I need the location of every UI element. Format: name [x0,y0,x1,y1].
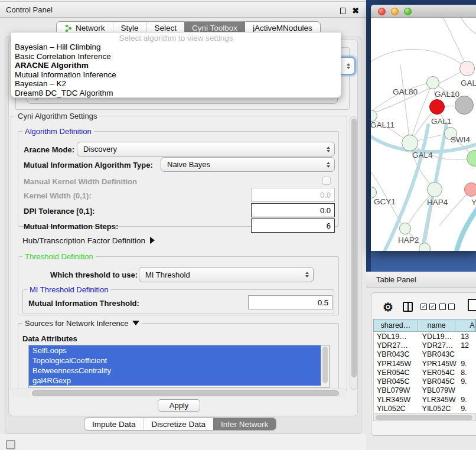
spinner-icon [327,162,330,168]
mi-threshold-label: Mutual Information Threshold: [28,299,139,308]
column-header[interactable]: name [418,319,455,331]
scrollbar-thumb[interactable] [322,347,328,383]
tab-impute-data[interactable]: Impute Data [84,418,144,430]
table-row[interactable]: YER054CYER054C8. [374,368,476,377]
tab-style-label: Style [121,24,139,32]
list-item-selected[interactable]: TopologicalCoefficient [29,356,321,366]
list-item-selected[interactable]: gal4RGexp [29,376,321,386]
spinner-icon [347,63,350,69]
zoom-traffic-light-icon[interactable] [404,8,412,15]
algorithm-option[interactable]: Bayesian – Hill Climbing [11,43,341,52]
aracne-mode-combo[interactable]: Discovery [77,142,335,156]
node-label: GCY1 [374,197,396,206]
document-icon[interactable] [468,299,476,311]
tab-infer-network-label: Infer Network [221,420,268,429]
scrollbar-thumb[interactable] [376,415,472,420]
scrollbar-thumb[interactable] [351,119,357,377]
table-row[interactable]: YPR145WYPR145W9. [374,359,476,368]
table-panel-titlebar: Table Panel [366,272,476,288]
network-node-selected[interactable] [429,99,445,115]
float-panel-icon[interactable] [338,6,347,15]
unchecked-boxes-icon[interactable] [439,304,455,310]
sources-expander[interactable]: Sources for Network Inference [22,319,142,328]
node-label: Y [471,198,476,207]
apply-button-label: Apply [169,401,189,410]
algorithm-option[interactable]: Basic Correlation Inference [11,52,341,61]
column-header[interactable]: shared… [374,319,418,331]
table-row[interactable]: YIL052CYIL052C9. [374,404,476,413]
network-node[interactable] [402,135,418,151]
network-node[interactable] [419,243,431,251]
close-traffic-light-icon[interactable] [378,8,386,15]
network-window-titlebar[interactable] [371,5,476,18]
list-item-selected[interactable]: BetweennessCentrality [29,366,321,376]
threshold-definition-title: Threshold Definition [22,252,96,261]
settings-horizontal-scrollbar[interactable] [12,389,346,397]
table-row[interactable]: YDL19…YDL19…13 [374,332,476,341]
table-panel-title: Table Panel [376,275,416,284]
node-table: shared… name A YDL19…YDL19…13 YDR27…YDR2… [373,319,476,413]
table-row[interactable]: YBL079WYBL079W [374,386,476,395]
node-label: HAP4 [427,198,448,207]
gear-icon[interactable]: ⚙ [383,300,393,314]
apply-button[interactable]: Apply [158,399,200,412]
network-node[interactable] [427,182,442,197]
network-node[interactable] [426,76,439,89]
algorithm-option[interactable]: Dream8 DC_TDC Algorithm [11,89,341,98]
hub-definition-label: Hub/Transcription Factor Definition [22,236,145,245]
tab-cyni-toolbox-label: Cyni Toolbox [192,24,237,32]
network-node[interactable] [464,182,476,197]
manual-kernel-label: Manual Kernel Width Definition [24,177,137,186]
spinner-icon [327,146,330,152]
desktop-edge [366,0,371,272]
minimized-panel-icon[interactable] [6,440,15,449]
mi-type-combo[interactable]: Naive Bayes [161,157,335,172]
scrollbar-thumb[interactable] [32,390,339,396]
network-node[interactable] [459,61,475,76]
network-view-window: GAL GAL80 GAL10 GAL11 GAL1 SWI4 GAL4 GCY… [371,5,476,251]
mi-steps-label: Mutual Information Steps: [24,222,118,231]
which-threshold-combo[interactable]: MI Threshold [139,267,314,282]
tab-network-label: Network [76,24,105,32]
algorithm-option-selected[interactable]: ARACNE Algorithm [11,61,341,70]
which-threshold-value: MI Threshold [145,270,190,279]
table-horizontal-scrollbar[interactable] [373,413,476,421]
network-node[interactable] [399,223,411,234]
table-row[interactable]: YBR043CYBR043C [374,350,476,359]
hub-definition-expander[interactable]: Hub/Transcription Factor Definition [22,236,155,245]
list-item-selected[interactable]: SelfLoops [29,345,321,356]
list-scrollbar[interactable] [321,345,329,387]
table-row[interactable]: YBR045CYBR045C9. [374,377,476,386]
mi-threshold-field[interactable]: 0.5 [248,295,332,309]
mi-steps-field[interactable]: 6 [251,219,335,233]
algorithm-option[interactable]: Bayesian – K2 [11,79,341,89]
table-row[interactable]: YLR345WYLR345W9. [374,395,476,404]
columns-icon[interactable] [403,302,413,312]
kernel-width-field[interactable]: 0.0 [251,188,335,202]
settings-vertical-scrollbar[interactable] [350,116,358,390]
chevron-right-icon [150,237,155,244]
minimize-traffic-light-icon[interactable] [391,8,399,15]
manual-kernel-checkbox[interactable] [322,177,331,185]
algorithm-option[interactable]: Mutual Information Inference [11,70,341,80]
tab-discretize-data[interactable]: Discretize Data [144,418,214,430]
dpi-tolerance-field[interactable]: 0.0 [251,203,335,217]
table-body: YDL19…YDL19…13 YDR27…YDR27…12 YBR043CYBR… [373,332,476,413]
close-icon[interactable]: ✖ [351,6,360,15]
mi-type-value: Naive Bayes [167,160,210,169]
mi-steps-value: 6 [327,221,331,230]
node-label: GAL11 [371,120,395,129]
tab-infer-network[interactable]: Infer Network [213,418,276,430]
column-header[interactable]: A [455,319,475,331]
table-row[interactable]: YDR27…YDR27…12 [374,341,476,350]
node-label: HAP2 [398,236,419,244]
dpi-tolerance-value: 0.0 [320,206,331,215]
control-panel: Control Panel ✖ Network Style Select Cyn… [0,0,366,450]
kernel-width-label: Kernel Width (0,1): [24,191,92,200]
control-panel-titlebar: Control Panel ✖ [0,1,366,18]
network-canvas[interactable]: GAL GAL80 GAL10 GAL11 GAL1 SWI4 GAL4 GCY… [371,18,476,251]
desktop-edge [366,0,476,5]
checked-boxes-icon[interactable]: ✓✓ [420,304,436,310]
mi-threshold-definition-title: MI Threshold Definition [27,285,110,294]
aracne-mode-value: Discovery [83,145,117,154]
